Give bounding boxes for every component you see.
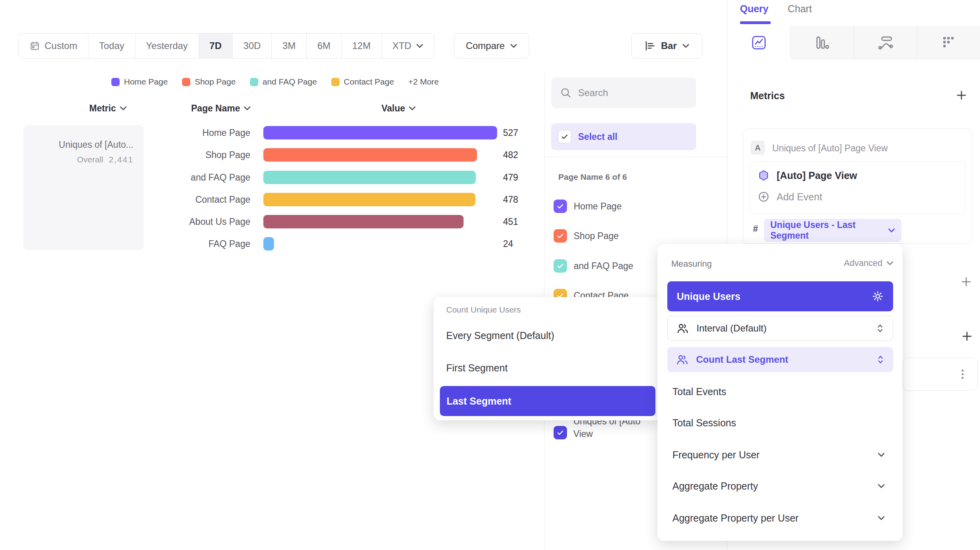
tab-query[interactable]: Query [740, 3, 768, 15]
column-header-page-name[interactable]: Page Name [191, 103, 251, 114]
check-icon [556, 202, 564, 210]
checkbox-checked[interactable] [554, 259, 567, 273]
select-all-checkbox[interactable] [558, 130, 571, 143]
chevron-down-icon [120, 106, 127, 111]
measuring-option-aggregate-property-per-user[interactable]: Aggregate Property per User [672, 507, 890, 529]
advanced-dropdown[interactable]: Advanced [844, 258, 894, 268]
row-value: 482 [503, 150, 518, 160]
row-value: 527 [503, 128, 518, 138]
chevron-down-icon [244, 106, 251, 111]
date-3m-button[interactable]: 3M [272, 34, 306, 58]
legend-item: Home Page [111, 77, 168, 87]
report-tab-funnels[interactable] [790, 26, 853, 59]
date-today-label: Today [99, 40, 124, 51]
compare-label: Compare [466, 40, 505, 51]
date-3m-label: 3M [282, 40, 295, 51]
event-name: [Auto] Page View [777, 170, 857, 181]
search-icon [560, 87, 572, 99]
add-event-label: Add Event [777, 191, 822, 203]
legend-more-button[interactable]: +2 More [408, 77, 439, 87]
legend-item: Shop Page [182, 77, 236, 87]
legend-swatch [250, 78, 258, 86]
option-label: Total Sessions [672, 417, 736, 429]
filter-item-shop-page[interactable]: Shop Page [554, 226, 619, 246]
table-row: About Us Page 451 [150, 211, 543, 233]
bar-shop-page[interactable] [263, 148, 477, 162]
chart-type-selector[interactable]: Bar [631, 33, 702, 58]
interval-label: Interval (Default) [697, 323, 766, 334]
date-custom-button[interactable]: Custom [19, 34, 88, 58]
metric-card-title: Uniques of [Auto] Page View [772, 143, 888, 154]
add-breakdown-button[interactable] [961, 330, 973, 342]
divider [544, 157, 727, 157]
bar-track [263, 193, 497, 206]
insights-chart-icon [751, 35, 767, 51]
column-header-metric[interactable]: Metric [89, 103, 127, 114]
report-tab-insights[interactable] [727, 26, 790, 59]
date-yesterday-button[interactable]: Yesterday [135, 34, 199, 58]
menu-option-first-segment[interactable]: First Segment [446, 362, 508, 374]
gear-icon[interactable] [872, 290, 884, 302]
date-30d-button[interactable]: 30D [233, 34, 272, 58]
date-7d-button[interactable]: 7D [199, 34, 233, 58]
bar-home-page[interactable] [263, 126, 497, 139]
metric-summary-card[interactable]: Uniques of [Auto... Overall2,441 [23, 125, 144, 250]
bar-track [263, 171, 497, 184]
tab-chart[interactable]: Chart [788, 3, 812, 15]
event-selector-card: [Auto] Page View Add Event [749, 161, 965, 214]
date-7d-label: 7D [210, 40, 222, 51]
report-tab-flows[interactable] [854, 26, 917, 59]
measure-label: Unique Users - Last Segment [770, 220, 883, 241]
column-header-value[interactable]: Value [381, 103, 416, 114]
flows-icon [877, 35, 893, 51]
sidebar-row-card [903, 358, 978, 391]
measure-dropdown[interactable]: Unique Users - Last Segment [764, 219, 901, 242]
select-all-row[interactable]: Select all [551, 123, 696, 150]
measuring-option-frequency-per-user[interactable]: Frequency per User [672, 444, 890, 466]
measuring-option-total-sessions[interactable]: Total Sessions [672, 412, 890, 434]
report-tab-retention[interactable] [917, 26, 980, 59]
checkbox-checked[interactable] [554, 200, 567, 213]
row-value: 478 [503, 194, 518, 205]
add-filter-button[interactable] [960, 276, 972, 288]
column-header-label: Page Name [191, 103, 240, 114]
checkbox-checked[interactable] [554, 229, 567, 243]
interval-select[interactable]: Interval (Default) [667, 316, 893, 341]
hash-prefix: # [753, 224, 758, 234]
filter-item-home-page[interactable]: Home Page [554, 196, 621, 217]
date-6m-button[interactable]: 6M [307, 34, 342, 58]
column-header-label: Value [381, 103, 405, 114]
date-6m-label: 6M [317, 40, 330, 51]
date-today-button[interactable]: Today [88, 34, 135, 58]
measuring-option-aggregate-property[interactable]: Aggregate Property [672, 475, 890, 497]
report-type-tabs [727, 26, 980, 59]
row-value: 24 [503, 239, 513, 249]
count-last-segment-select[interactable]: Count Last Segment [667, 347, 893, 372]
add-metric-button[interactable] [956, 89, 967, 101]
table-row: Contact Page 478 [150, 188, 543, 211]
date-12m-button[interactable]: 12M [342, 34, 382, 58]
event-row[interactable]: [Auto] Page View [758, 170, 857, 181]
date-xtd-button[interactable]: XTD [382, 34, 434, 58]
measuring-option-total-events[interactable]: Total Events [672, 380, 890, 403]
bar-faq-page[interactable] [263, 237, 274, 251]
legend-item: Contact Page [331, 77, 394, 87]
checkbox-checked[interactable] [554, 426, 567, 439]
bar-and-faq-page[interactable] [263, 171, 476, 184]
date-30d-label: 30D [243, 40, 261, 51]
bar-about-us-page[interactable] [263, 215, 464, 228]
compare-button[interactable]: Compare [454, 33, 529, 58]
menu-option-every-segment[interactable]: Every Segment (Default) [446, 330, 554, 341]
bar-contact-page[interactable] [263, 193, 475, 206]
search-input[interactable] [578, 87, 681, 98]
add-event-row[interactable]: Add Event [758, 191, 822, 203]
filter-item-and-faq-page[interactable]: and FAQ Page [554, 256, 633, 276]
chevron-down-icon [886, 261, 894, 266]
check-icon [556, 232, 564, 240]
menu-option-last-segment-selected[interactable]: Last Segment [440, 386, 655, 416]
date-range-group: Custom Today Yesterday 7D 30D 3M 6M 12M … [19, 33, 434, 58]
measuring-option-unique-users-selected[interactable]: Unique Users [667, 281, 893, 311]
kebab-menu-icon[interactable] [956, 367, 969, 381]
up-down-chevrons-icon [877, 354, 884, 365]
row-value: 451 [503, 217, 518, 227]
